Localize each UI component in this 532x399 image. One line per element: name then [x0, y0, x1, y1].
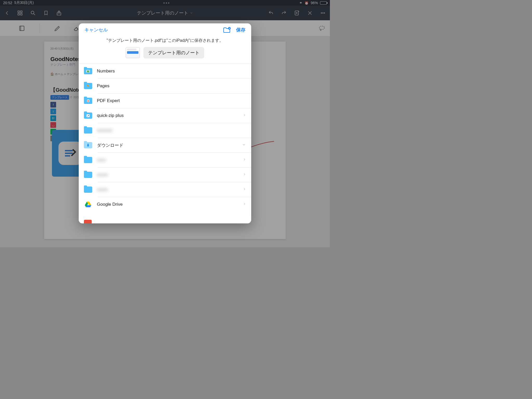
new-folder-icon[interactable]	[223, 27, 231, 33]
folder-label: Pages	[97, 83, 246, 89]
folder-row[interactable]: ↗quick-zip plus	[79, 108, 251, 123]
save-file-modal: キャンセル 保存 "テンプレート用のノート.pdf"は"このiPad内"に保存さ…	[79, 23, 251, 223]
document-name-field[interactable]: テンプレート用のノート	[143, 47, 204, 58]
chevron-right-icon	[243, 187, 246, 192]
folder-label: ダウンロード	[97, 142, 242, 148]
folder-label: xxxxx	[97, 172, 243, 177]
folder-row[interactable]: Google Drive	[79, 197, 251, 212]
folder-row[interactable]: xxxx	[79, 153, 251, 167]
folder-row[interactable]: xxxxx	[79, 182, 251, 197]
folder-label: xxxx	[97, 157, 243, 163]
folder-row[interactable]: ✎Pages	[79, 79, 251, 93]
save-message: "テンプレート用のノート.pdf"は"このiPad内"に保存されます。	[79, 36, 251, 47]
document-row: テンプレート用のノート	[79, 47, 251, 64]
chevron-right-icon	[243, 113, 246, 118]
folder-label: Numbers	[97, 69, 246, 74]
partial-row-icon	[84, 220, 92, 223]
folder-list[interactable]: ▮▮Numbers✎Pages◗PDF Expert↗quick-zip plu…	[79, 64, 251, 221]
folder-row[interactable]: xxxxx	[79, 168, 251, 182]
folder-label: Google Drive	[97, 202, 243, 207]
folder-label: PDF Expert	[97, 98, 246, 103]
chevron-down-icon	[242, 143, 246, 148]
chevron-right-icon	[243, 172, 246, 178]
cancel-button[interactable]: キャンセル	[84, 27, 108, 33]
chevron-right-icon	[243, 157, 246, 163]
folder-label: quick-zip plus	[97, 113, 243, 118]
folder-label: xxxxx	[97, 187, 243, 192]
save-button[interactable]: 保存	[236, 27, 245, 33]
folder-label: xxxxxxx	[97, 128, 246, 133]
folder-row[interactable]: ◗PDF Expert	[79, 94, 251, 108]
folder-row[interactable]: ⬇ダウンロード	[79, 138, 251, 152]
document-thumbnail	[126, 47, 140, 58]
folder-row[interactable]: xxxxxxx	[79, 123, 251, 138]
folder-row[interactable]: ▮▮Numbers	[79, 64, 251, 78]
chevron-right-icon	[243, 202, 246, 207]
